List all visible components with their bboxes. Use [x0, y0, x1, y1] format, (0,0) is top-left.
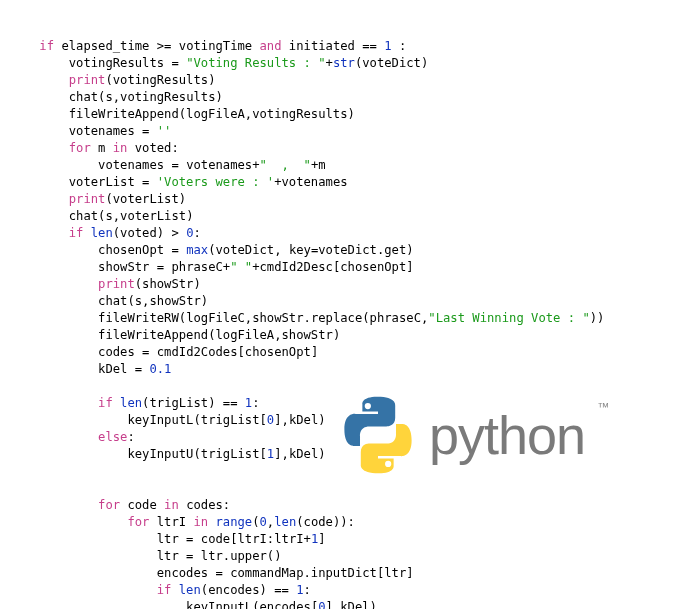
code-line: print(showStr)	[10, 276, 677, 293]
code-line: voterList = 'Voters were : '+votenames	[10, 174, 677, 191]
code-line: if len(encodes) == 1:	[10, 582, 677, 599]
code-line: votenames = votenames+" , "+m	[10, 157, 677, 174]
trademark-symbol: ™	[597, 399, 609, 416]
code-line: keyInputL(encodes[0],kDel)	[10, 599, 677, 609]
python-icon	[335, 392, 421, 478]
code-line: codes = cmdId2Codes[chosenOpt]	[10, 344, 677, 361]
code-line: ltr = code[ltrI:ltrI+1]	[10, 531, 677, 548]
code-line: chat(s,votingResults)	[10, 89, 677, 106]
code-line: for ltrI in range(0,len(code)):	[10, 514, 677, 531]
code-line: print(voterList)	[10, 191, 677, 208]
code-line: for m in voted:	[10, 140, 677, 157]
code-line: if len(voted) > 0:	[10, 225, 677, 242]
code-line: encodes = commandMap.inputDict[ltr]	[10, 565, 677, 582]
code-line: fileWriteAppend(logFileA,votingResults)	[10, 106, 677, 123]
code-line: if elapsed_time >= votingTime and initia…	[10, 38, 677, 55]
code-content: if elapsed_time >= votingTime and initia…	[10, 38, 677, 609]
code-line: print(votingResults)	[10, 72, 677, 89]
code-editor: if elapsed_time >= votingTime and initia…	[0, 0, 677, 609]
code-line: kDel = 0.1	[10, 361, 677, 378]
code-line: votenames = ''	[10, 123, 677, 140]
code-line: chosenOpt = max(voteDict, key=voteDict.g…	[10, 242, 677, 259]
code-line: votingResults = "Voting Results : "+str(…	[10, 55, 677, 72]
code-line: ltr = ltr.upper()	[10, 548, 677, 565]
code-line: chat(s,voterList)	[10, 208, 677, 225]
code-line: chat(s,showStr)	[10, 293, 677, 310]
code-line: fileWriteRW(logFileC,showStr.replace(phr…	[10, 310, 677, 327]
code-line: showStr = phraseC+" "+cmdId2Desc[chosenO…	[10, 259, 677, 276]
code-line: fileWriteAppend(logFileA,showStr)	[10, 327, 677, 344]
python-wordmark: python	[429, 427, 585, 444]
python-logo: python ™	[335, 380, 655, 490]
code-line: for code in codes:	[10, 497, 677, 514]
